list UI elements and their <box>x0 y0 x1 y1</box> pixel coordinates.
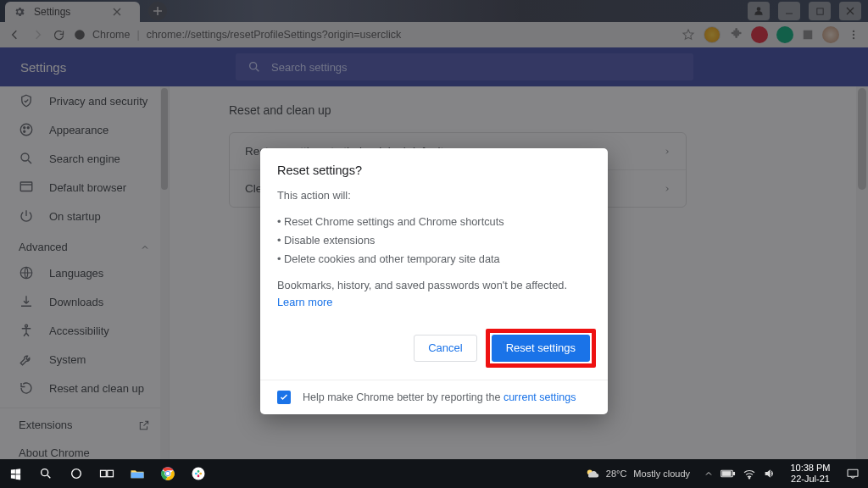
svg-point-23 <box>192 468 205 480</box>
svg-rect-30 <box>733 473 735 475</box>
check-icon <box>279 392 289 402</box>
windows-taskbar: 28°C Mostly cloudy 10:38 PM 22-Jul-21 <box>0 459 868 488</box>
svg-rect-33 <box>848 469 858 476</box>
wifi-icon <box>743 468 756 480</box>
notification-icon <box>846 468 860 480</box>
sound-icon <box>763 468 776 480</box>
reset-settings-dialog: Reset settings? This action will: Reset … <box>260 148 608 414</box>
svg-rect-26 <box>198 470 199 473</box>
cancel-button[interactable]: Cancel <box>414 335 476 362</box>
weather-icon <box>584 466 599 481</box>
slack-icon <box>191 466 206 481</box>
svg-rect-31 <box>722 472 731 476</box>
battery-icon <box>721 469 736 479</box>
svg-rect-25 <box>199 473 202 474</box>
report-settings-checkbox[interactable] <box>277 391 291 404</box>
folder-icon <box>130 468 145 480</box>
circle-icon <box>70 467 83 480</box>
footer-text: Help make Chrome better by reporting the… <box>303 391 576 403</box>
highlight-annotation: Reset settings <box>486 329 596 368</box>
taskbar-app-slack[interactable] <box>183 459 214 488</box>
taskbar-app-explorer[interactable] <box>122 459 153 488</box>
svg-rect-18 <box>108 470 114 477</box>
dialog-bullets: Reset Chrome settings and Chrome shortcu… <box>277 213 591 268</box>
search-button[interactable] <box>31 459 61 488</box>
taskview-icon <box>99 468 114 480</box>
chevron-up-icon <box>704 469 714 479</box>
windows-icon <box>9 468 22 480</box>
search-icon <box>39 467 53 480</box>
weather-widget[interactable]: 28°C Mostly cloudy <box>577 466 697 481</box>
svg-point-15 <box>42 469 48 476</box>
svg-point-16 <box>72 469 81 479</box>
taskbar-clock[interactable]: 10:38 PM 22-Jul-21 <box>783 463 837 485</box>
svg-point-32 <box>748 478 749 479</box>
dialog-note: Bookmarks, history, and saved passwords … <box>277 277 591 312</box>
cortana-button[interactable] <box>61 459 92 488</box>
task-view-button[interactable] <box>92 459 122 488</box>
reset-settings-button[interactable]: Reset settings <box>492 335 590 362</box>
dialog-lead: This action will: <box>277 187 591 204</box>
svg-point-22 <box>166 472 170 476</box>
notifications-button[interactable] <box>837 459 868 488</box>
svg-rect-24 <box>195 473 198 474</box>
start-button[interactable] <box>0 459 31 488</box>
svg-rect-17 <box>101 470 107 477</box>
chrome-icon <box>160 466 175 481</box>
taskbar-app-chrome[interactable] <box>153 459 183 488</box>
svg-rect-27 <box>198 474 199 477</box>
current-settings-link[interactable]: current settings <box>504 391 576 403</box>
dialog-title: Reset settings? <box>277 164 591 177</box>
system-tray[interactable] <box>697 468 783 480</box>
learn-more-link[interactable]: Learn more <box>277 296 332 308</box>
